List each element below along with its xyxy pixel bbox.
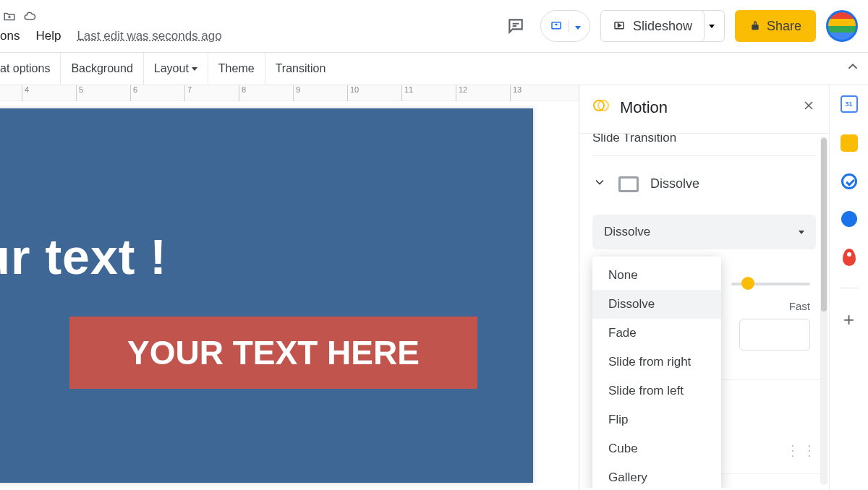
section-slide-transition: Slide Transition [592,134,816,156]
tool-theme[interactable]: Theme [208,53,265,85]
tool-layout-label: Layout [154,62,189,75]
horizontal-ruler: 45678910111213 [0,85,579,101]
keep-addon-icon[interactable] [841,134,858,152]
transition-speed-slider[interactable]: Fast [731,271,810,300]
caret-down-icon [799,231,804,234]
slide-cta-box[interactable]: YOUR TEXT HERE [69,317,477,389]
slideshow-button[interactable]: Slideshow [600,10,705,42]
caret-down-icon [192,67,197,71]
ruler-tick: 4 [22,85,29,101]
slider-fast-label: Fast [789,300,810,312]
tool-format-options[interactable]: at options [0,53,61,85]
move-to-folder-icon[interactable] [3,10,16,23]
motion-title: Motion [620,98,668,117]
contacts-addon-icon[interactable] [841,211,857,227]
ruler-tick: 12 [456,85,467,101]
current-effect-label: Dissolve [650,176,699,192]
transition-dropdown-menu: NoneDissolveFadeSlide from rightSlide fr… [592,257,721,488]
ruler-tick: 11 [401,85,413,101]
calendar-addon-icon[interactable] [841,95,858,113]
motion-icon [592,97,610,119]
ruler-tick: 6 [130,85,137,101]
collapse-toolbar-icon[interactable] [845,59,861,77]
ruler-tick: 7 [184,85,192,101]
menu-addons[interactable]: ons [0,29,20,43]
transition-option[interactable]: None [592,261,721,290]
transition-option[interactable]: Slide from left [592,377,721,405]
comments-icon[interactable] [501,12,530,40]
transition-dropdown-value: Dissolve [604,225,650,239]
menu-help[interactable]: Help [35,29,61,43]
motion-panel: Motion Slide Transition Dissolve Dissolv… [579,85,829,490]
current-effect-row[interactable]: Dissolve [592,156,816,215]
get-addons-icon[interactable]: + [843,310,854,329]
account-avatar[interactable] [826,10,858,42]
slider-thumb[interactable] [741,277,754,290]
ruler-tick: 10 [347,85,359,101]
share-label: Share [767,19,801,34]
share-button[interactable]: Share [735,10,816,42]
slide-canvas[interactable]: our text ! & YOUR TEXT HERE [0,108,533,483]
addon-divider [840,288,859,288]
tasks-addon-icon[interactable] [841,173,857,189]
tool-background[interactable]: Background [61,53,143,85]
tool-transition[interactable]: Transition [265,53,336,85]
tool-format-options-label: at options [0,62,50,75]
transition-option[interactable]: Gallery [592,463,721,488]
addon-sidebar: + [829,85,868,490]
transition-option[interactable]: Slide from right [592,348,721,377]
slide-heading-text[interactable]: our text ! [0,228,167,285]
transition-dropdown[interactable]: Dissolve [592,215,816,249]
maps-addon-icon[interactable] [843,249,856,266]
transition-option[interactable]: Dissolve [592,290,721,319]
drag-handle-icon[interactable]: ⋮⋮ [786,442,819,459]
close-icon[interactable] [801,98,816,117]
transition-option[interactable]: Flip [592,405,721,434]
tool-theme-label: Theme [218,62,255,75]
ruler-tick: 5 [76,85,83,101]
chevron-down-icon [592,175,607,193]
slide-cta-text: YOUR TEXT HERE [127,333,420,372]
transition-option[interactable]: Cube [592,434,721,463]
tool-background-label: Background [71,62,132,75]
present-button-split[interactable] [540,10,590,42]
apply-to-all-button[interactable] [739,319,810,351]
last-edit-link[interactable]: Last edit was seconds ago [77,29,221,43]
ruler-tick: 9 [293,85,300,101]
present-caret-icon[interactable] [569,20,581,33]
panel-scrollbar[interactable] [820,137,827,485]
ruler-tick: 13 [510,85,522,101]
slideshow-label: Slideshow [633,19,692,34]
ruler-tick: 8 [239,85,246,101]
tool-layout[interactable]: Layout [144,53,208,85]
transition-option[interactable]: Fade [592,319,721,348]
slideshow-caret[interactable] [700,10,725,42]
slide-thumbnail-icon [618,176,639,192]
tool-transition-label: Transition [276,62,326,75]
cloud-saved-icon [23,10,36,23]
scrollbar-thumb[interactable] [821,138,827,311]
